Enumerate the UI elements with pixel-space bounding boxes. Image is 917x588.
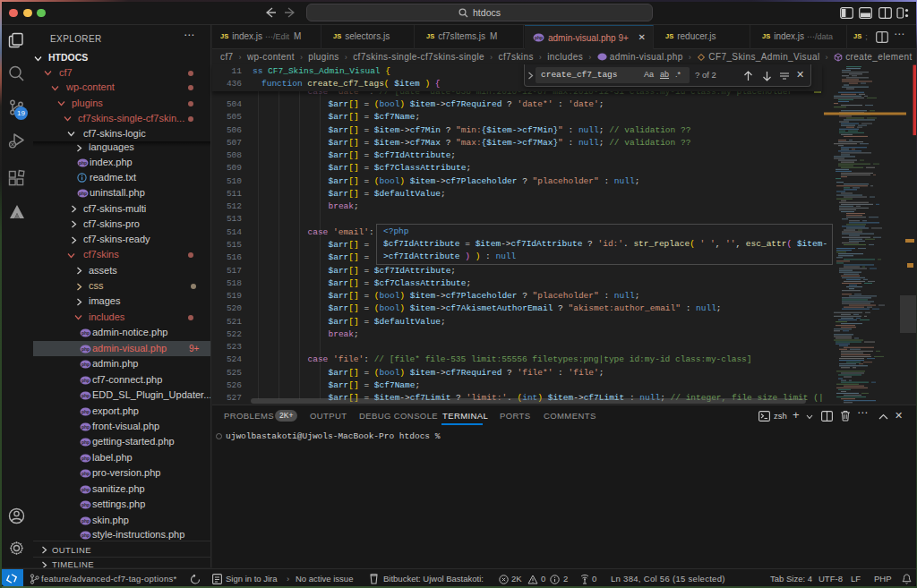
svg-text:php: php xyxy=(81,471,90,476)
svg-text:php: php xyxy=(81,424,90,430)
svg-text:php: php xyxy=(535,35,543,40)
svg-text:php: php xyxy=(81,393,90,398)
svg-text:php: php xyxy=(81,456,90,461)
svg-text:php: php xyxy=(81,502,90,507)
svg-text:php: php xyxy=(81,518,90,524)
svg-text:php: php xyxy=(81,439,90,445)
svg-text:php: php xyxy=(81,409,90,414)
svg-text:php: php xyxy=(79,191,87,196)
svg-text:php: php xyxy=(81,378,90,383)
svg-text:php: php xyxy=(81,330,90,336)
svg-text:php: php xyxy=(81,346,90,352)
svg-text:php: php xyxy=(81,487,90,492)
svg-text:php: php xyxy=(81,533,90,539)
svg-text:php: php xyxy=(81,362,90,367)
svg-text:php: php xyxy=(79,160,87,166)
